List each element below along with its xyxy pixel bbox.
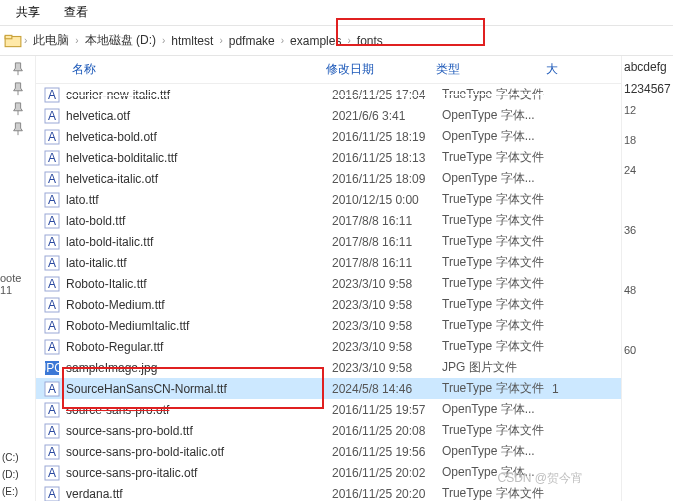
column-header-row: 名称 修改日期 类型 大 — [36, 56, 621, 84]
file-name: lato-italic.ttf — [66, 256, 332, 270]
svg-text:A: A — [48, 466, 56, 480]
drive-item[interactable]: (E:) — [2, 486, 26, 497]
font-file-icon: A — [44, 129, 60, 145]
svg-text:A: A — [48, 445, 56, 459]
chevron-right-icon — [22, 35, 29, 46]
svg-text:A: A — [48, 340, 56, 354]
preview-size-sample: 12 — [624, 104, 671, 134]
drive-item[interactable]: (D:) — [2, 469, 26, 480]
file-name: source-sans-pro.otf — [66, 403, 332, 417]
preview-size-sample: 60 — [624, 344, 671, 374]
preview-size-sample — [624, 194, 671, 224]
file-date: 2016/11/25 20:20 — [332, 487, 442, 501]
file-date: 2023/3/10 9:58 — [332, 340, 442, 354]
drives-list: (C:)(D:)(E:) — [0, 448, 28, 501]
file-type: JPG 图片文件 — [442, 359, 552, 376]
left-sidebar-note: oote 11 — [0, 272, 35, 296]
svg-text:A: A — [48, 151, 56, 165]
file-type: TrueType 字体文件 — [442, 296, 552, 313]
image-file-icon: JPG — [44, 360, 60, 376]
column-header-type[interactable]: 类型 — [436, 61, 546, 78]
pin-icon[interactable] — [11, 122, 25, 136]
breadcrumb-item[interactable]: 此电脑 — [29, 26, 73, 55]
file-row[interactable]: ARoboto-Regular.ttf2023/3/10 9:58TrueTyp… — [36, 336, 621, 357]
font-file-icon: A — [44, 465, 60, 481]
file-row[interactable]: Asource-sans-pro-bold-italic.otf2016/11/… — [36, 441, 621, 462]
preview-head1: abcdefg — [624, 60, 671, 74]
svg-text:A: A — [48, 403, 56, 417]
svg-text:A: A — [48, 487, 56, 501]
file-row[interactable]: JPGsampleImage.jpg2023/3/10 9:58JPG 图片文件 — [36, 357, 621, 378]
file-date: 2024/5/8 14:46 — [332, 382, 442, 396]
folder-icon[interactable] — [4, 32, 22, 50]
file-name: helvetica.otf — [66, 109, 332, 123]
breadcrumb-item[interactable]: pdfmake — [225, 26, 279, 55]
preview-size-sample — [624, 254, 671, 284]
chevron-right-icon — [160, 35, 167, 46]
file-row[interactable]: ARoboto-Medium.ttf2023/3/10 9:58TrueType… — [36, 294, 621, 315]
quick-access-gutter: oote 11 — [0, 56, 36, 501]
font-file-icon: A — [44, 150, 60, 166]
svg-text:A: A — [48, 319, 56, 333]
svg-text:A: A — [48, 424, 56, 438]
breadcrumb-item[interactable]: 本地磁盘 (D:) — [81, 26, 160, 55]
svg-text:A: A — [48, 256, 56, 270]
breadcrumb-item[interactable]: htmltest — [167, 26, 217, 55]
svg-text:A: A — [48, 298, 56, 312]
svg-text:A: A — [48, 88, 56, 102]
file-row[interactable]: Asource-sans-pro.otf2016/11/25 19:57Open… — [36, 399, 621, 420]
file-row[interactable]: Asource-sans-pro-bold.ttf2016/11/25 20:0… — [36, 420, 621, 441]
file-name: lato-bold-italic.ttf — [66, 235, 332, 249]
menu-share[interactable]: 共享 — [16, 4, 40, 21]
font-file-icon: A — [44, 171, 60, 187]
file-date: 2016/11/25 19:57 — [332, 403, 442, 417]
breadcrumb-item[interactable]: examples — [286, 26, 345, 55]
svg-text:A: A — [48, 382, 56, 396]
column-header-date[interactable]: 修改日期 — [326, 61, 436, 78]
file-date: 2016/11/25 20:02 — [332, 466, 442, 480]
column-header-size[interactable]: 大 — [546, 61, 576, 78]
font-file-icon: A — [44, 339, 60, 355]
file-date: 2016/11/25 19:56 — [332, 445, 442, 459]
file-type: TrueType 字体文件 — [442, 317, 552, 334]
file-row[interactable]: Alato-bold.ttf2017/8/8 16:11TrueType 字体文… — [36, 210, 621, 231]
menu-view[interactable]: 查看 — [64, 4, 88, 21]
file-date: 2017/8/8 16:11 — [332, 256, 442, 270]
file-row[interactable]: ASourceHanSansCN-Normal.ttf2024/5/8 14:4… — [36, 378, 621, 399]
font-file-icon: A — [44, 444, 60, 460]
chevron-right-icon — [73, 35, 80, 46]
file-row[interactable]: Alato.ttf2010/12/15 0:00TrueType 字体文件 — [36, 189, 621, 210]
svg-text:A: A — [48, 130, 56, 144]
chevron-right-icon — [217, 35, 224, 46]
pin-icon[interactable] — [11, 82, 25, 96]
preview-size-sample: 48 — [624, 284, 671, 314]
pin-icon[interactable] — [11, 102, 25, 116]
file-row[interactable]: ARoboto-Italic.ttf2023/3/10 9:58TrueType… — [36, 273, 621, 294]
preview-size-sample — [624, 314, 671, 344]
file-row[interactable]: Ahelvetica-italic.otf2016/11/25 18:09Ope… — [36, 168, 621, 189]
preview-size-sample: 36 — [624, 224, 671, 254]
column-header-name[interactable]: 名称 — [36, 61, 326, 78]
file-row[interactable]: ARoboto-MediumItalic.ttf2023/3/10 9:58Tr… — [36, 315, 621, 336]
drive-item[interactable]: (C:) — [2, 452, 26, 463]
watermark: CSDN @贺今宵 — [497, 470, 583, 487]
file-date: 2017/8/8 16:11 — [332, 235, 442, 249]
file-row[interactable]: Ahelvetica.otf2021/6/6 3:41OpenType 字体..… — [36, 105, 621, 126]
file-row[interactable]: Alato-italic.ttf2017/8/8 16:11TrueType 字… — [36, 252, 621, 273]
font-file-icon: A — [44, 255, 60, 271]
file-type: TrueType 字体文件 — [442, 254, 552, 271]
font-file-icon: A — [44, 108, 60, 124]
address-bar: 此电脑本地磁盘 (D:)htmltestpdfmakeexamplesfonts — [0, 26, 673, 56]
file-rows: Acourier-new-italic.ttf2016/11/25 17:04T… — [36, 84, 621, 501]
pin-icon[interactable] — [11, 62, 25, 76]
file-type: TrueType 字体文件 — [442, 380, 552, 397]
font-file-icon: A — [44, 213, 60, 229]
file-row[interactable]: Alato-bold-italic.ttf2017/8/8 16:11TrueT… — [36, 231, 621, 252]
breadcrumb-item[interactable]: fonts — [353, 26, 387, 55]
file-row[interactable]: Acourier-new-italic.ttf2016/11/25 17:04T… — [36, 84, 621, 105]
svg-text:A: A — [48, 235, 56, 249]
file-date: 2010/12/15 0:00 — [332, 193, 442, 207]
file-row[interactable]: Ahelvetica-bold.otf2016/11/25 18:19OpenT… — [36, 126, 621, 147]
file-type: TrueType 字体文件 — [442, 191, 552, 208]
file-row[interactable]: Ahelvetica-bolditalic.ttf2016/11/25 18:1… — [36, 147, 621, 168]
